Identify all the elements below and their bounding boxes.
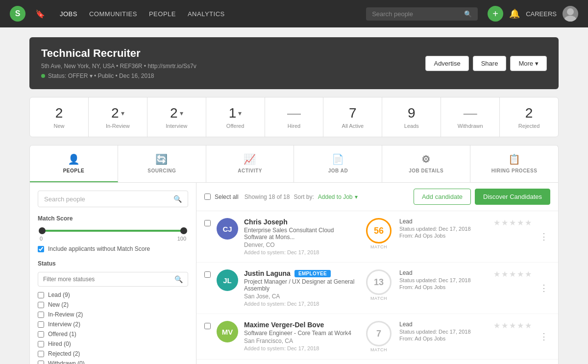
employee-badge: EMPLOYEE — [294, 270, 331, 277]
add-candidate-button[interactable]: Add candidate — [414, 189, 471, 205]
star-2[interactable]: ★ — [501, 321, 508, 330]
discover-candidates-button[interactable]: Discover Candidates — [475, 189, 550, 205]
advertise-button[interactable]: Advertise — [425, 56, 468, 71]
tab-sourcing[interactable]: 🔄 SOURCING — [118, 146, 206, 182]
stat-number-rejected: 2 — [506, 105, 552, 121]
stat-rejected[interactable]: 2 Rejected — [500, 97, 558, 137]
candidate-info: Maxime Verger-Del Bove Software Engineer… — [244, 321, 358, 351]
slider-max-label: 100 — [177, 236, 186, 242]
stat-label-rejected: Rejected — [506, 123, 552, 129]
share-button[interactable]: Share — [473, 56, 507, 71]
slider-handle-min[interactable] — [39, 227, 46, 234]
tab-hiringprocess[interactable]: 📋 HIRING PROCESS — [470, 146, 558, 182]
slider-handle-max[interactable] — [180, 227, 187, 234]
star-4[interactable]: ★ — [517, 321, 524, 330]
stat-offered[interactable]: 1 ▾ Offered — [206, 97, 265, 137]
more-options-button[interactable]: ⋮ — [538, 229, 550, 244]
status-checkbox[interactable] — [38, 341, 44, 347]
status-checkbox[interactable] — [38, 292, 44, 298]
logo[interactable]: S — [10, 6, 25, 22]
more-options-button[interactable]: ⋮ — [538, 281, 550, 295]
candidate-checkbox[interactable] — [204, 323, 211, 329]
star-5[interactable]: ★ — [525, 218, 532, 227]
bookmark-icon[interactable]: 🔖 — [35, 9, 45, 19]
candidate-list: Select all Showing 18 of 18 Sort by: Add… — [196, 183, 558, 364]
star-5[interactable]: ★ — [525, 269, 532, 279]
status-checkbox[interactable] — [38, 302, 44, 308]
job-title: Technical Recruiter — [41, 47, 196, 60]
candidate-status: Lead Status updated: Dec 17, 2018 From: … — [399, 269, 488, 290]
sort-link[interactable]: Added to Job ▾ — [318, 194, 358, 200]
status-checkbox[interactable] — [38, 312, 44, 318]
select-all-checkbox[interactable] — [204, 194, 211, 200]
candidate-location: Denver, CO — [244, 242, 358, 248]
nav-people[interactable]: People — [149, 8, 176, 20]
candidate-checkbox[interactable] — [204, 220, 211, 226]
stat-hired[interactable]: — Hired — [265, 97, 324, 137]
candidates-container: CJ Chris Joseph Enterprise Sales Consult… — [196, 211, 558, 360]
nav-communities[interactable]: Communities — [89, 8, 137, 20]
job-meta: 5th Ave, New York, NY, USA • REF36R • ht… — [41, 63, 196, 70]
status-checkbox-label: Interview (2) — [48, 321, 80, 328]
star-1[interactable]: ★ — [493, 269, 500, 279]
star-4[interactable]: ★ — [517, 218, 524, 227]
status-checkbox-label: Withdrawn (0) — [48, 360, 85, 364]
tab-jobdetails[interactable]: ⚙ JOB DETAILS — [382, 146, 470, 182]
star-1[interactable]: ★ — [493, 321, 500, 330]
star-3[interactable]: ★ — [509, 269, 516, 279]
stat-withdrawn[interactable]: — Withdrawn — [441, 97, 500, 137]
tab-people[interactable]: 👤 PEOPLE — [30, 146, 118, 182]
candidate-item: JL Justin Laguna EMPLOYEE Project Manage… — [196, 263, 558, 314]
star-2[interactable]: ★ — [501, 218, 508, 227]
stat-number-leads: 9 — [388, 105, 435, 121]
stat-inreview[interactable]: 2 ▾ In-review — [89, 97, 147, 137]
star-3[interactable]: ★ — [509, 218, 516, 227]
star-4[interactable]: ★ — [517, 269, 524, 279]
slider-min-label: 0 — [40, 236, 43, 242]
status-checkbox[interactable] — [38, 331, 44, 338]
search-input[interactable] — [372, 10, 460, 18]
status-checkbox-label: New (2) — [48, 301, 69, 308]
status-updated: Status updated: Dec 17, 2018 — [399, 226, 488, 232]
nav-jobs[interactable]: Jobs — [60, 8, 77, 20]
stat-leads[interactable]: 9 Leads — [382, 97, 441, 137]
status-checkbox-label: Lead (9) — [48, 291, 70, 298]
status-filter-input[interactable] — [43, 276, 171, 283]
star-2[interactable]: ★ — [501, 269, 508, 279]
status-tag: Lead — [399, 269, 488, 276]
star-3[interactable]: ★ — [509, 321, 516, 330]
hiringprocess-icon: 📋 — [508, 153, 521, 165]
add-button[interactable]: + — [488, 6, 503, 22]
status-updated: Status updated: Dec 17, 2018 — [399, 277, 488, 283]
include-score-checkbox[interactable] — [38, 246, 44, 252]
status-checkbox[interactable] — [38, 351, 44, 357]
more-options-button[interactable]: ⋮ — [538, 329, 550, 344]
nav-analytics[interactable]: Analytics — [188, 8, 225, 20]
match-circle: 7 — [366, 321, 392, 346]
candidate-title: Project Manager / UX Designer at General… — [244, 278, 358, 292]
candidate-added: Added to system: Dec 17, 2018 — [244, 345, 358, 351]
bell-icon[interactable]: 🔔 — [509, 8, 520, 19]
stat-label-allactive: All active — [329, 123, 376, 129]
stat-allactive[interactable]: 7 All active — [323, 97, 382, 137]
candidate-checkbox[interactable] — [204, 271, 211, 278]
star-1[interactable]: ★ — [493, 218, 500, 227]
tab-activity[interactable]: 📈 ACTIVITY — [206, 146, 294, 182]
status-filter-item: In-Review (2) — [38, 311, 188, 318]
tab-jobad[interactable]: 📄 JOB AD — [294, 146, 382, 182]
candidate-title: Enterprise Sales Consultant Cloud Softwa… — [244, 227, 358, 241]
match-circle: 13 — [366, 269, 392, 295]
people-search-input[interactable] — [44, 195, 170, 203]
status-filter-item: Interview (2) — [38, 321, 188, 328]
status-checkbox[interactable] — [38, 321, 44, 328]
avatar[interactable] — [563, 6, 578, 22]
stat-number-hired: — — [271, 105, 318, 121]
stat-new[interactable]: 2 New — [30, 97, 89, 137]
stat-interview[interactable]: 2 ▾ Interview — [147, 97, 206, 137]
search-box: 🔍 — [366, 7, 478, 21]
more-button[interactable]: More ▾ — [510, 56, 547, 71]
candidate-status: Lead Status updated: Dec 17, 2018 From: … — [399, 321, 488, 341]
include-score-label: Include applicants without Match Score — [48, 245, 150, 252]
star-5[interactable]: ★ — [525, 321, 532, 330]
status-checkbox[interactable] — [38, 361, 44, 364]
